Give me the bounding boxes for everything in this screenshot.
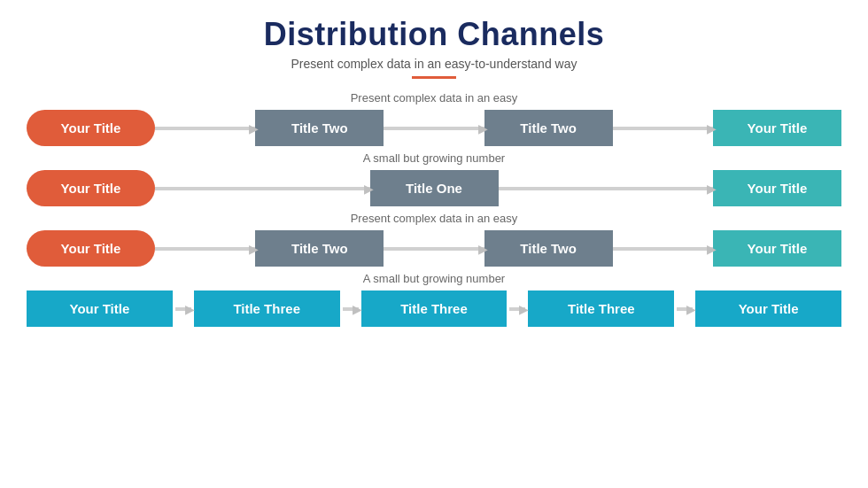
row4-item-2: Title Three	[194, 290, 340, 327]
arrow-7	[384, 247, 484, 251]
arrow-1	[155, 127, 255, 130]
row4-item-1: Your Title	[27, 290, 173, 327]
page-header: Distribution Channels Present complex da…	[264, 16, 605, 86]
row2-item-5: Your Title	[713, 170, 841, 206]
arrow-2	[384, 127, 484, 130]
section-label-4: A small but growing number	[27, 272, 841, 285]
row1-item-4: Your Title	[713, 110, 841, 146]
arrow-4	[155, 187, 370, 190]
title-underline	[412, 76, 456, 79]
row1-item-3: Title Two	[484, 110, 613, 146]
row3-item-1: Your Title	[27, 230, 155, 267]
row-block-1: Present complex data in an easy Your Tit…	[27, 91, 841, 148]
arrow-12	[677, 307, 693, 311]
row3-item-4: Your Title	[713, 230, 841, 267]
row3-item-2: Title Two	[255, 230, 384, 267]
arrow-6	[155, 247, 255, 251]
flow-row-2: Your Title Title One Your Title	[27, 170, 841, 206]
row-block-3: Present complex data in an easy Your Tit…	[27, 212, 841, 268]
page-title: Distribution Channels	[264, 16, 605, 53]
section-label-3: Present complex data in an easy	[27, 212, 841, 225]
row4-item-3: Title Three	[361, 290, 508, 327]
section-label-1: Present complex data in an easy	[27, 91, 841, 105]
row2-item-3: Title One	[370, 170, 499, 206]
page-subtitle: Present complex data in an easy-to-under…	[264, 57, 605, 71]
row4-item-5: Your Title	[695, 290, 841, 327]
arrow-5	[499, 187, 714, 190]
row1-item-1: Your Title	[27, 110, 155, 146]
arrow-8	[613, 247, 713, 251]
row2-item-1: Your Title	[27, 170, 155, 206]
flow-row-1: Your Title Title Two Title Two Your Titl…	[27, 110, 841, 146]
flow-row-3: Your Title Title Two Title Two Your Titl…	[27, 230, 841, 267]
arrow-10	[343, 307, 359, 311]
arrow-3	[613, 127, 713, 130]
row-block-4: A small but growing number Your Title Ti…	[27, 272, 841, 329]
arrow-9	[175, 307, 191, 311]
row3-item-3: Title Two	[484, 230, 613, 267]
row-block-2: A small but growing number Your Title Ti…	[27, 151, 841, 208]
rows-wrapper: Present complex data in an easy Your Tit…	[27, 91, 841, 332]
row1-item-2: Title Two	[255, 110, 384, 146]
flow-row-4: Your Title Title Three Title Three Title…	[27, 290, 841, 327]
row4-item-4: Title Three	[528, 290, 674, 327]
arrow-11	[509, 307, 525, 311]
section-label-2: A small but growing number	[27, 151, 841, 165]
